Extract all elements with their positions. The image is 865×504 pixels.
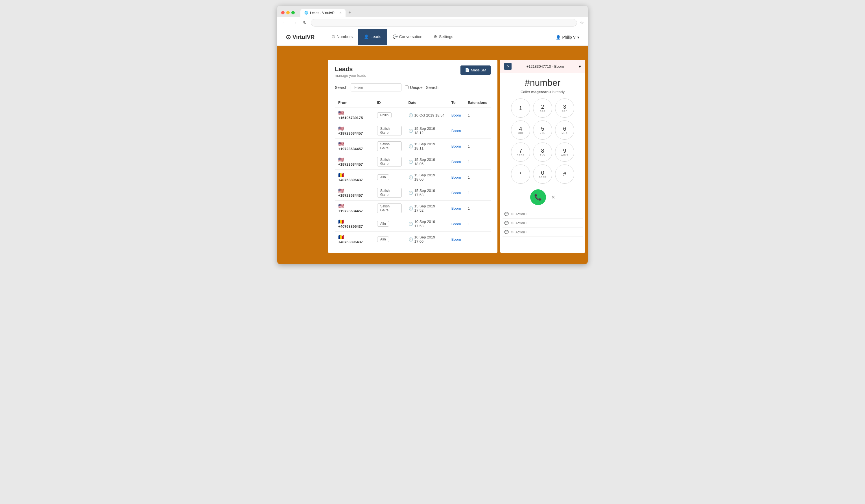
status-prefix: Caller <box>521 90 531 94</box>
phone-number[interactable]: +40768896437 <box>338 224 363 228</box>
dial-key-8[interactable]: 8 TUV <box>533 142 552 162</box>
dial-key-9[interactable]: 9 WXYZ <box>555 142 574 162</box>
dial-key-main-2: 3 <box>563 104 566 109</box>
clock-icon: 🕐 <box>408 144 413 149</box>
active-tab[interactable]: 🌐 Leads - VirtulVR × <box>300 9 346 17</box>
nav-conversation[interactable]: 💬 Conversation <box>387 30 428 45</box>
col-date: Date <box>405 98 448 107</box>
cell-date-4: 🕐 15 Sep 2019 18:00 <box>405 169 448 185</box>
call-button[interactable]: 📞 <box>530 189 546 205</box>
dialer-number-selector[interactable]: +12183047710 - Boom <box>527 65 564 69</box>
dial-key-main-6: 7 <box>519 148 522 153</box>
to-link[interactable]: Boom <box>451 191 461 195</box>
id-badge: Satish Gaire <box>377 157 402 166</box>
back-btn[interactable]: ← <box>281 20 289 26</box>
cell-to-0: Boom <box>448 107 464 123</box>
action-label-1[interactable]: Action + <box>516 212 528 216</box>
new-tab-btn[interactable]: + <box>346 9 354 17</box>
dial-key-2[interactable]: 2 ABC <box>533 98 552 118</box>
tab-close-btn[interactable]: × <box>339 11 342 15</box>
forward-btn[interactable]: → <box>291 20 299 26</box>
maximize-window-btn[interactable] <box>291 11 295 14</box>
to-link[interactable]: Boom <box>451 160 461 164</box>
id-badge: Satish Gaire <box>377 141 402 151</box>
minimize-window-btn[interactable] <box>286 11 290 14</box>
to-link[interactable]: Boom <box>451 206 461 211</box>
dial-key-sub-4: JKL <box>540 132 545 134</box>
id-badge: Alin <box>377 236 389 242</box>
page-header: Leads manage your leads 📄 Mass SM <box>335 66 491 78</box>
main-layout: Leads manage your leads 📄 Mass SM Search… <box>277 57 588 264</box>
flag-icon: 🇺🇸 <box>338 157 344 162</box>
dialer-display: #number <box>525 78 561 88</box>
flag-icon: 🇺🇸 <box>338 204 344 209</box>
dial-key-5[interactable]: 5 JKL <box>533 120 552 140</box>
table-row: 🇺🇸 +16105739175 Philip 🕐 10 Oct 2019 18:… <box>335 107 491 123</box>
refresh-btn[interactable]: ↻ <box>301 20 308 26</box>
nav-settings[interactable]: ⚙ Settings <box>428 30 459 45</box>
phone-number[interactable]: +19723634457 <box>338 209 363 213</box>
cell-ext-7: 1 <box>464 216 491 232</box>
date-value: 15 Sep 2019 18:00 <box>414 173 445 181</box>
dial-key-#[interactable]: # <box>555 165 574 184</box>
chat-icon-3: 💬 <box>504 230 509 234</box>
phone-number[interactable]: +19723634457 <box>338 162 363 166</box>
navbar: ⊙ VirtulVR ✆ Numbers 👤 Leads 💬 Conversat… <box>277 29 588 46</box>
to-link[interactable]: Boom <box>451 175 461 179</box>
dial-key-main-1: 2 <box>541 104 544 109</box>
unique-filter[interactable]: Unique <box>405 85 422 90</box>
mass-sms-button[interactable]: 📄 Mass SM <box>460 66 491 75</box>
nav-numbers[interactable]: ✆ Numbers <box>326 30 359 45</box>
action-label-3[interactable]: Action + <box>516 230 528 234</box>
id-badge: Philip <box>377 112 392 118</box>
bookmark-icon[interactable]: ☆ <box>580 20 584 25</box>
dialer-expand-btn[interactable]: > <box>504 63 511 70</box>
dial-key-*[interactable]: * <box>511 165 530 184</box>
dial-key-6[interactable]: 6 MNO <box>555 120 574 140</box>
clock-icon: 🕐 <box>408 160 413 164</box>
date-value: 10 Oct 2019 18:54 <box>414 113 445 117</box>
dial-key-0[interactable]: 0 OPER <box>533 165 552 184</box>
address-input[interactable] <box>311 19 577 26</box>
phone-number[interactable]: +40768896437 <box>338 240 363 244</box>
phone-number[interactable]: +19723634457 <box>338 193 363 198</box>
to-link[interactable]: Boom <box>451 237 461 242</box>
chat-icon-1: 💬 <box>504 212 509 216</box>
cell-to-1: Boom <box>448 123 464 139</box>
dial-key-7[interactable]: 7 PQRS <box>511 142 530 162</box>
phone-number[interactable]: +40768896437 <box>338 178 363 182</box>
action-label-2[interactable]: Action + <box>516 221 528 225</box>
nav-leads[interactable]: 👤 Leads <box>358 30 387 45</box>
chat-icon-2: 💬 <box>504 221 509 225</box>
dial-key-sub-7: TUV <box>540 154 545 156</box>
clock-icon: 🕐 <box>408 237 413 242</box>
search-input[interactable] <box>350 83 402 91</box>
id-badge: Satish Gaire <box>377 203 402 213</box>
cell-ext-0: 1 <box>464 107 491 123</box>
to-link[interactable]: Boom <box>451 113 461 117</box>
table-row: 🇷🇴 +40768896437 Alin 🕐 10 Sep 2019 17:00… <box>335 232 491 247</box>
to-link[interactable]: Boom <box>451 129 461 133</box>
phone-number[interactable]: +19723634457 <box>338 131 363 136</box>
cell-to-5: Boom <box>448 185 464 201</box>
user-menu[interactable]: 👤 Philip V ▾ <box>556 35 579 39</box>
to-link[interactable]: Boom <box>451 222 461 226</box>
phone-number[interactable]: +19723634457 <box>338 147 363 151</box>
dial-key-3[interactable]: 3 DEF <box>555 98 574 118</box>
app-container: ⊙ VirtulVR ✆ Numbers 👤 Leads 💬 Conversat… <box>277 29 588 264</box>
unique-checkbox[interactable] <box>405 85 408 89</box>
dropdown-icon: ▾ <box>577 35 579 39</box>
search-button[interactable]: Search <box>426 85 438 90</box>
dial-key-4[interactable]: 4 GHI <box>511 120 530 140</box>
caller-name: magereanu <box>531 90 551 94</box>
cell-id-3: Satish Gaire <box>374 154 405 169</box>
dialer-panel: > +12183047710 - Boom ▾ #number Caller m… <box>500 60 585 253</box>
dial-key-1[interactable]: 1 <box>511 98 530 118</box>
logo[interactable]: ⊙ VirtulVR <box>286 34 315 41</box>
phone-number[interactable]: +16105739175 <box>338 116 363 120</box>
flag-icon: 🇷🇴 <box>338 235 344 239</box>
clock-icon: 🕐 <box>408 222 413 226</box>
close-window-btn[interactable] <box>281 11 285 14</box>
to-link[interactable]: Boom <box>451 144 461 149</box>
close-dialer-button[interactable]: × <box>552 194 555 201</box>
